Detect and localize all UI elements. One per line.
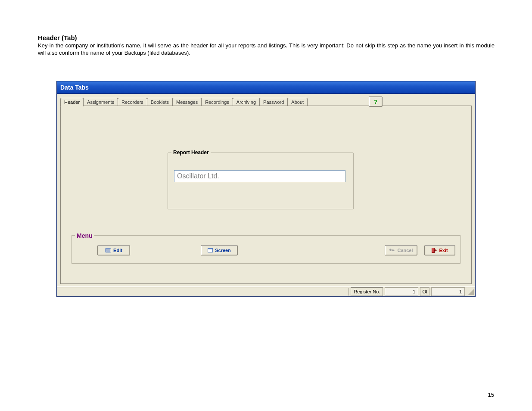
section-paragraph: Key-in the company or institution's name… [38,42,495,57]
tab-header[interactable]: Header [60,98,84,106]
undo-icon [389,248,395,252]
groupbox-report-header: Report Header [168,153,354,209]
svg-rect-5 [208,249,213,249]
menu-legend: Menu [75,232,94,239]
tab-recordings[interactable]: Recordings [201,98,233,106]
tab-messages[interactable]: Messages [172,98,202,106]
status-bar: Register No. 1 Of 1 [57,286,475,296]
tab-archiving[interactable]: Archiving [233,98,260,106]
section-heading: Header (Tab) [38,34,77,41]
tab-booklets[interactable]: Booklets [147,98,173,106]
svg-rect-6 [432,248,435,253]
screen-button-label: Screen [215,248,231,253]
status-register-total: 1 [431,287,465,296]
report-header-legend: Report Header [171,149,211,156]
tab-recorders[interactable]: Recorders [118,98,147,106]
door-exit-icon [432,248,437,253]
keyboard-icon [105,248,111,252]
edit-button[interactable]: Edit [97,245,130,255]
cancel-button: Cancel [385,245,417,255]
exit-button-label: Exit [439,248,448,253]
dialog-window: Data Tabs Header Assignments Recorders B… [56,81,476,297]
tab-assignments[interactable]: Assignments [83,98,118,106]
status-register-current: 1 [385,287,418,296]
status-register-label: Register No. [351,287,383,296]
help-button[interactable]: ? [369,97,383,107]
help-icon: ? [374,99,377,105]
tab-panel-header: Report Header Menu [60,106,472,284]
groupbox-menu: Menu Edit [71,235,461,264]
window-title: Data Tabs [60,84,89,91]
screen-button[interactable]: Screen [201,245,238,255]
page-number: 15 [488,392,494,398]
edit-button-label: Edit [113,248,122,253]
tab-about[interactable]: About [287,98,308,106]
report-header-input[interactable] [174,170,345,182]
window-icon [208,248,213,252]
titlebar[interactable]: Data Tabs [57,81,475,94]
status-of-label: Of [420,287,429,296]
cancel-button-label: Cancel [397,248,413,253]
exit-button[interactable]: Exit [424,245,455,255]
resize-grip-icon[interactable] [467,288,474,296]
status-spacer [58,288,349,296]
tab-password[interactable]: Password [259,98,288,106]
tab-strip: Header Assignments Recorders Booklets Me… [60,97,472,106]
